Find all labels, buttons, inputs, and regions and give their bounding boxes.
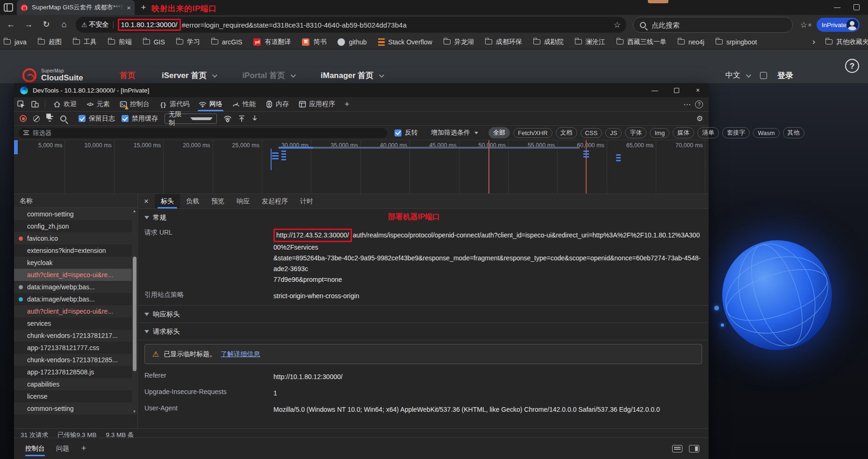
header-extra-icon[interactable]	[760, 72, 767, 79]
detail-tab[interactable]: 负载	[180, 194, 205, 208]
bookmark-item[interactable]: 简 简书	[302, 38, 326, 46]
network-overview-timeline[interactable]: 5,000 ms 10,000 ms 15,000 ms 20,000 ms	[14, 140, 709, 194]
request-row[interactable]: app-1721378128508.js	[14, 366, 132, 378]
type-filter-pill[interactable]: JS	[605, 128, 622, 138]
detail-tab[interactable]: 发起程序	[256, 194, 294, 208]
request-row[interactable]: app-1721378121777.css	[14, 342, 132, 354]
browser-tab[interactable]: SuperMap GIS云套件 成都市***理 ×	[17, 0, 135, 15]
request-row[interactable]: keycloak	[14, 257, 132, 269]
devtools-minimize-button[interactable]: —	[644, 83, 666, 97]
request-list-header[interactable]: 名称	[14, 194, 137, 208]
bookmark-item[interactable]: github	[337, 38, 366, 46]
request-row[interactable]: data:image/webp;bas...	[14, 281, 132, 293]
devtools-help-icon[interactable]: ?	[695, 100, 703, 108]
filter-input-wrap[interactable]	[19, 128, 387, 138]
filter-icon[interactable]: ×	[46, 115, 54, 122]
request-headers-section-header[interactable]: 请求标头	[138, 323, 709, 340]
request-row[interactable]: chunk-vendors-17213781285...	[14, 354, 132, 366]
type-filter-pill[interactable]: 字体	[625, 127, 646, 138]
tab-memory[interactable]: 内存	[260, 97, 294, 111]
bookmark-item[interactable]: 学习	[176, 38, 200, 46]
type-filter-pill[interactable]: CSS	[581, 128, 603, 138]
type-filter-pill[interactable]: 全部	[488, 127, 510, 138]
bookmark-item[interactable]: 异龙湖	[444, 38, 474, 46]
devtools-maximize-button[interactable]	[666, 83, 687, 97]
bookmark-item[interactable]: 工具	[73, 38, 97, 46]
tab-performance[interactable]: 性能	[227, 97, 260, 111]
gear-icon[interactable]: ⚙	[696, 114, 703, 123]
bookmark-item[interactable]: 西藏三线一单	[617, 38, 667, 46]
type-filter-pill[interactable]: 文档	[556, 127, 577, 138]
type-filter-pill[interactable]: 媒体	[673, 127, 694, 138]
bookmark-item[interactable]: yd 有道翻译	[253, 38, 291, 46]
network-conditions-icon[interactable]	[223, 115, 232, 122]
bookmark-item[interactable]: java	[4, 38, 27, 46]
type-filter-pill[interactable]: Wasm	[753, 128, 779, 138]
bookmark-item[interactable]: neo4j	[678, 38, 704, 46]
site-nav-item[interactable]: iServer 首页	[162, 70, 216, 81]
request-row[interactable]: common-setting	[14, 402, 132, 415]
tab-elements[interactable]: </> 元素	[81, 97, 115, 111]
more-tabs-button[interactable]: +	[340, 100, 354, 109]
detail-tab[interactable]: 响应	[230, 194, 256, 208]
bookmark-item[interactable]: 前端	[108, 38, 132, 46]
bookmark-item[interactable]: 超图	[38, 38, 62, 46]
request-row[interactable]: auth?client_id=ispeco-ui&re...	[14, 305, 132, 317]
tab-close-icon[interactable]: ×	[127, 4, 131, 12]
type-filter-pill[interactable]: 套接字	[722, 127, 750, 138]
drawer-add-icon[interactable]: +	[81, 444, 86, 453]
tab-sources[interactable]: { } 源代码	[154, 97, 194, 111]
inprivate-badge[interactable]: InPrivate	[817, 18, 860, 32]
tab-application[interactable]: 应用程序	[294, 97, 340, 111]
detail-tab[interactable]: 计时	[294, 194, 319, 208]
drawer-tab[interactable]: 控制台	[25, 438, 45, 459]
import-har-icon[interactable]	[238, 115, 245, 122]
general-section-header[interactable]: 常规 部署机器IP端口	[138, 209, 709, 226]
dock-side-icon[interactable]	[689, 445, 699, 452]
bookmark-item[interactable]: 成勘院	[533, 38, 564, 46]
devtools-menu-icon[interactable]: ⋯	[683, 100, 691, 109]
site-nav-item[interactable]: iManager 首页	[321, 70, 383, 81]
back-button[interactable]: ←	[4, 18, 18, 32]
scroll-down-icon[interactable]: ▼	[132, 409, 136, 414]
type-filter-pill[interactable]: Fetch/XHR	[513, 128, 552, 138]
tab-console[interactable]: 控制台	[115, 97, 154, 111]
scrollbar[interactable]: ▲ ▼	[132, 208, 137, 415]
window-maximize-button[interactable]	[854, 4, 860, 10]
device-toolbar-icon[interactable]	[28, 98, 42, 110]
request-row[interactable]: capabilities	[14, 378, 132, 390]
close-icon[interactable]: ×	[138, 197, 155, 206]
inspect-element-icon[interactable]	[14, 98, 28, 110]
type-filter-pill[interactable]: 其他	[783, 127, 804, 138]
window-minimize-button[interactable]: —	[831, 2, 843, 13]
help-button[interactable]: ?	[845, 59, 859, 73]
request-row[interactable]: services	[14, 317, 132, 330]
export-har-icon[interactable]	[251, 115, 258, 122]
site-nav-item[interactable]: iPortal 首页	[242, 70, 294, 81]
tab-network[interactable]: 网络	[194, 97, 227, 111]
tab-welcome[interactable]: 欢迎	[48, 97, 81, 111]
new-tab-button[interactable]: +	[138, 3, 149, 13]
forward-button[interactable]: →	[22, 18, 36, 32]
scroll-up-icon[interactable]: ▲	[132, 209, 136, 213]
request-row[interactable]: auth?client_id=ispeco-ui&re...	[14, 269, 132, 281]
site-nav-home[interactable]: 首页	[120, 70, 136, 81]
type-filter-pill[interactable]: Img	[650, 128, 669, 138]
bookmark-item[interactable]: GIS	[143, 38, 165, 46]
bookmark-item[interactable]: 成都环保	[485, 38, 522, 46]
network-search-icon[interactable]	[60, 115, 66, 122]
bookmark-item[interactable]: arcGIS	[211, 38, 243, 46]
language-switcher[interactable]: 中文	[725, 71, 750, 80]
response-headers-section-header[interactable]: 响应标头	[138, 306, 709, 323]
devtools-close-button[interactable]: ×	[687, 83, 709, 97]
search-box[interactable]	[633, 17, 793, 33]
throttling-dropdown[interactable]: 无限制	[165, 114, 217, 124]
login-button[interactable]: 登录	[777, 70, 793, 81]
workspaces-icon[interactable]	[4, 3, 13, 12]
bookmarks-overflow-icon[interactable]: ›	[812, 37, 815, 47]
detail-tab[interactable]: 标头	[155, 194, 180, 208]
address-bar[interactable]: ⚠ 不安全 10.1.80.12:30000/ #error=login_req…	[76, 17, 626, 33]
console-sidebar-icon[interactable]	[672, 445, 682, 452]
search-input[interactable]	[652, 21, 745, 29]
request-row[interactable]: common-setting	[14, 208, 132, 220]
